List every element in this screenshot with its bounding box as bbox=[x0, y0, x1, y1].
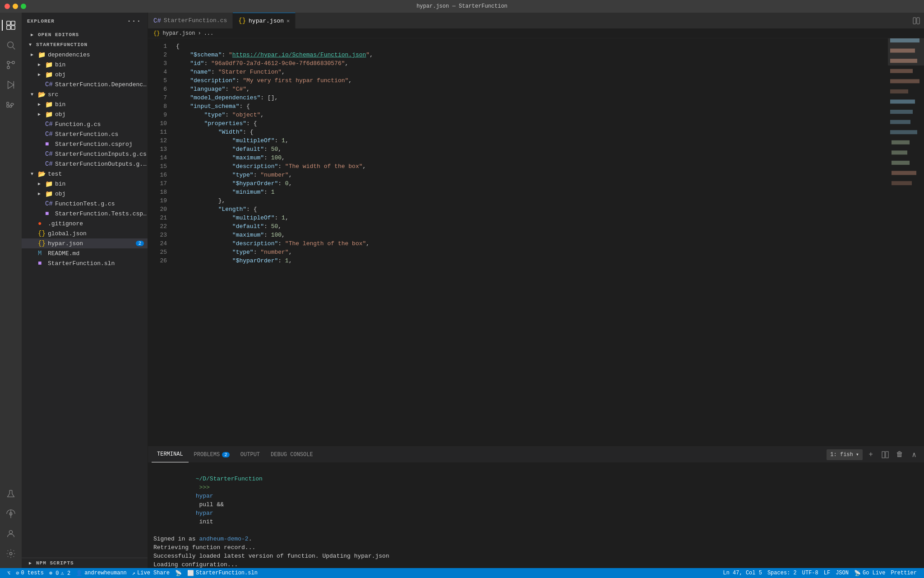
file-starter-inputs[interactable]: C# StarterFunctionInputs.g.cs bbox=[22, 149, 148, 159]
status-liveshare[interactable]: ↗ Live Share bbox=[129, 568, 172, 578]
activity-remote[interactable] bbox=[2, 505, 20, 523]
folder-src[interactable]: ▼ 📂 src bbox=[22, 89, 148, 99]
term-cmd-1: hypar bbox=[196, 493, 213, 499]
split-terminal-button[interactable] bbox=[879, 448, 892, 461]
split-editor-button[interactable] bbox=[908, 13, 924, 28]
status-remote[interactable]: ⌥ bbox=[5, 568, 13, 578]
minimize-button[interactable] bbox=[13, 4, 18, 9]
terminal-body[interactable]: ~/D/StarterFunction >>> hypar pull && hy… bbox=[148, 462, 924, 568]
maximize-panel-button[interactable]: ∧ bbox=[908, 448, 920, 461]
activity-accounts[interactable] bbox=[2, 525, 20, 543]
breadcrumb: {} hypar.json › ... bbox=[148, 28, 924, 38]
breadcrumb-filename[interactable]: hypar.json bbox=[162, 30, 195, 37]
term-line-3: Retrieving function record... bbox=[153, 543, 919, 552]
close-button[interactable] bbox=[5, 4, 10, 9]
folder-test[interactable]: ▼ 📂 test bbox=[22, 169, 148, 179]
output-tab-label: OUTPUT bbox=[240, 452, 260, 458]
folder-obj-test[interactable]: ▶ 📁 obj bbox=[22, 189, 148, 199]
status-eol-label: LF bbox=[824, 570, 830, 576]
svg-point-8 bbox=[7, 61, 10, 64]
activity-run[interactable] bbox=[2, 76, 20, 94]
term-arrow-1: >>> bbox=[196, 484, 213, 491]
file-starter-sln[interactable]: ■ StarterFunction.sln bbox=[22, 258, 148, 268]
open-editors-section[interactable]: ▶ Open Editors bbox=[22, 30, 148, 40]
status-encoding[interactable]: UTF-8 bbox=[799, 568, 821, 578]
remote-icon: ⌥ bbox=[7, 570, 10, 577]
shell-selector-label: 1: fish bbox=[830, 452, 853, 458]
npm-scripts-section[interactable]: ▶ NPM SCRIPTS bbox=[22, 558, 148, 568]
file-starter-cs[interactable]: C# StarterFunction.cs bbox=[22, 129, 148, 139]
activity-settings[interactable] bbox=[2, 545, 20, 563]
file-starter-dep[interactable]: C# StarterFunction.Dependenc... bbox=[22, 79, 148, 89]
svg-rect-36 bbox=[892, 171, 916, 175]
activity-testing[interactable] bbox=[2, 485, 20, 503]
file-starter-csproj[interactable]: ■ StarterFunction.csproj bbox=[22, 139, 148, 149]
svg-rect-29 bbox=[890, 99, 915, 103]
status-eol[interactable]: LF bbox=[821, 568, 833, 578]
file-readme[interactable]: M README.md bbox=[22, 248, 148, 258]
status-sln[interactable]: ⬜ StarterFunction.sln bbox=[185, 568, 260, 578]
folder-bin-src[interactable]: ▶ 📁 bin bbox=[22, 99, 148, 109]
file-hypar-json[interactable]: {} hypar.json 2 bbox=[22, 238, 148, 248]
activity-search[interactable] bbox=[2, 36, 20, 54]
tab-close-button[interactable]: ✕ bbox=[286, 18, 290, 24]
file-global-json[interactable]: {} global.json bbox=[22, 228, 148, 238]
file-gitignore[interactable]: ● .gitignore bbox=[22, 219, 148, 228]
sidebar-menu-button[interactable]: ··· bbox=[126, 16, 142, 26]
status-sln-label: StarterFunction.sln bbox=[196, 570, 258, 576]
terminal-tab-problems[interactable]: PROBLEMS 2 bbox=[189, 447, 235, 462]
npm-scripts-label: NPM SCRIPTS bbox=[36, 560, 74, 566]
file-function-gs[interactable]: C# Function.g.cs bbox=[22, 119, 148, 129]
status-position[interactable]: Ln 47, Col 5 bbox=[721, 568, 765, 578]
status-prettier[interactable]: Prettier bbox=[888, 568, 919, 578]
term-line-2: Signed in as andheum-demo-2. bbox=[153, 535, 919, 543]
terminal-tab-debug[interactable]: DEBUG CONSOLE bbox=[265, 447, 319, 462]
code-editor[interactable]: { "$schema": "https://hypar.io/Schemas/F… bbox=[171, 38, 888, 446]
editor-content[interactable]: 12345 678910 1112131415 1617181920 21222… bbox=[148, 38, 924, 446]
terminal-tab-bar: TERMINAL PROBLEMS 2 OUTPUT DEBUG CONSOLE bbox=[148, 447, 924, 462]
shell-selector[interactable]: 1: fish ▾ bbox=[827, 449, 863, 460]
status-errors[interactable]: ⊗ 0 ⚠ 2 bbox=[46, 568, 73, 578]
svg-rect-32 bbox=[890, 130, 917, 134]
file-starter-outputs[interactable]: C# StarterFunctionOutputs.g.cs bbox=[22, 159, 148, 169]
terminal-tab-output[interactable]: OUTPUT bbox=[235, 447, 265, 462]
term-line-4: Successfully loaded latest version of fu… bbox=[153, 552, 919, 560]
tab-starter-cs[interactable]: C# StarterFunction.cs bbox=[148, 13, 233, 28]
folder-dependencies[interactable]: ▶ 📁 dependencies bbox=[22, 50, 148, 60]
file-starter-dep-label: StarterFunction.Dependenc... bbox=[55, 81, 148, 88]
status-user[interactable]: 👤 andrewheumann bbox=[73, 568, 129, 578]
kill-terminal-button[interactable]: 🗑 bbox=[893, 448, 906, 461]
file-functiontest-label: FunctionTest.g.cs bbox=[55, 200, 115, 207]
file-hypar-json-badge: 2 bbox=[136, 241, 144, 246]
status-tests[interactable]: ⊘ 0 tests bbox=[13, 568, 46, 578]
status-prettier-label: Prettier bbox=[891, 570, 917, 576]
tab-hypar-json[interactable]: {} hypar.json ✕ bbox=[233, 13, 296, 28]
status-golive[interactable]: 📡 Go Live bbox=[851, 568, 888, 578]
activity-source-control[interactable] bbox=[2, 56, 20, 74]
root-folder[interactable]: ▼ STARTERFUNCTION bbox=[22, 40, 148, 50]
svg-line-5 bbox=[13, 47, 15, 49]
term-line-5: Loading configuration... bbox=[153, 560, 919, 568]
maximize-button[interactable] bbox=[21, 4, 26, 9]
svg-rect-28 bbox=[890, 89, 908, 93]
breadcrumb-path[interactable]: ... bbox=[204, 30, 214, 37]
svg-point-6 bbox=[7, 66, 10, 69]
new-terminal-button[interactable]: + bbox=[864, 448, 877, 461]
folder-obj-dep[interactable]: ▶ 📁 obj bbox=[22, 70, 148, 79]
activity-explorer[interactable] bbox=[2, 16, 20, 34]
file-functiontest[interactable]: C# FunctionTest.g.cs bbox=[22, 199, 148, 209]
svg-marker-11 bbox=[8, 81, 14, 89]
file-starter-sln-label: StarterFunction.sln bbox=[48, 260, 115, 267]
folder-bin-dep[interactable]: ▶ 📁 bin bbox=[22, 60, 148, 70]
file-starter-tests-csproj[interactable]: ■ StarterFunction.Tests.csproj bbox=[22, 209, 148, 219]
folder-bin-test[interactable]: ▶ 📁 bin bbox=[22, 179, 148, 189]
activity-bar bbox=[0, 13, 22, 568]
status-wsext[interactable]: 📡 bbox=[172, 568, 185, 578]
status-spaces[interactable]: Spaces: 2 bbox=[765, 568, 799, 578]
status-language[interactable]: JSON bbox=[833, 568, 851, 578]
terminal-tab-terminal[interactable]: TERMINAL bbox=[152, 447, 189, 462]
activity-extensions[interactable] bbox=[2, 96, 20, 114]
folder-obj-src[interactable]: ▶ 📁 obj bbox=[22, 109, 148, 119]
folder-bin-test-label: bin bbox=[55, 181, 65, 187]
problems-tab-label: PROBLEMS bbox=[194, 452, 220, 458]
